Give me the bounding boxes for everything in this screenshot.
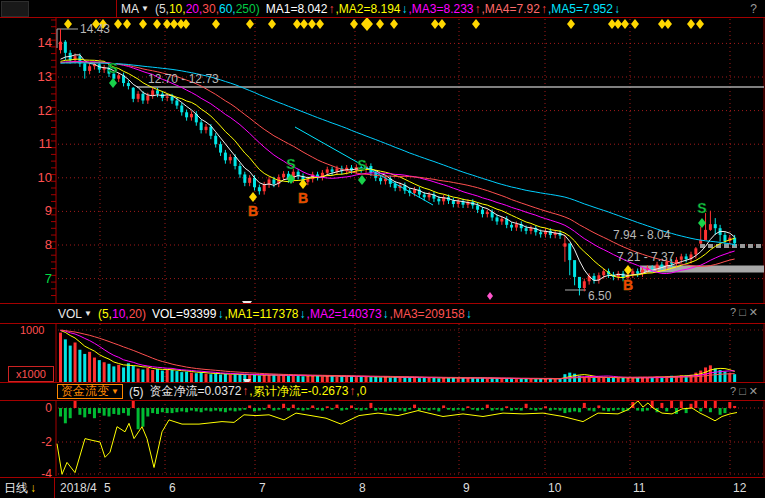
svg-text:B: B [623,277,633,293]
indicator-value: ,0 [356,384,366,398]
vol-button-label: VOL [58,307,82,321]
charts-canvas[interactable]: 14131211109870-2-4SBSBSBS [0,0,765,498]
svg-text:0: 0 [45,401,52,415]
low-price-label: 6.50 [588,289,611,303]
chevron-down-icon: ▼ [84,309,92,318]
ma-settings-button[interactable]: MA ▼ [121,2,149,16]
vol-axis-top-label: 1000 [20,324,44,336]
ma-button-label: MA [121,2,139,16]
close-icon[interactable]: ✕ [749,385,761,397]
date-label: 11 [633,481,645,495]
ma-indicator-bar: MA ▼ (5,10,20,30,60,250) MA1=8.042↑,MA2=… [0,0,765,18]
indicator-value: MA1=8.042 [266,2,328,16]
date-label: 8 [359,481,366,495]
gap-label-794: 7.94 - 8.04 [613,228,670,242]
chevron-down-icon: ▼ [111,387,119,396]
indicator-value: 30, [202,2,219,16]
flow-period: (5) [123,385,144,399]
svg-text:12: 12 [38,103,52,118]
date-axis-bar: 日线 ↓ 2018/456789101112 [0,477,765,498]
indicator-value: 资金净流=0.0372 [150,384,242,398]
flow-values: 资金净流=0.0372↑,累计净流=-0.2673↑,0 [144,383,367,400]
indicator-value: ,MA2=8.194 [335,2,400,16]
trend-arrow-icon: ↓ [217,307,223,321]
svg-text:S: S [108,60,117,76]
date-label: 2018/4 [60,481,97,495]
indicator-value: ,累计净流=-0.2673 [249,384,348,398]
date-label: 7 [259,481,266,495]
ma-params: (5,10,20,30,60,250) [149,2,260,16]
date-label: 6 [169,481,176,495]
trend-arrow-icon: ↓ [383,307,389,321]
ma-values: MA1=8.042↑,MA2=8.194↓,MA3=8.233↑,MA4=7.9… [260,2,621,16]
svg-text:S: S [286,156,295,172]
chevron-down-icon: ▼ [141,4,149,13]
period-selector-button[interactable]: 日线 ↓ [0,478,55,498]
trend-arrow-icon: ↓ [614,2,620,16]
svg-text:B: B [248,203,258,219]
indicator-value: ,MA3=209158 [390,307,465,321]
vol-params: (5,10,20) [92,307,146,321]
svg-text:8: 8 [45,237,52,252]
svg-text:7: 7 [45,271,52,286]
indicator-value: VOL=93399 [152,307,216,321]
gap-label-1270: 12.70 - 12.73 [148,72,219,86]
indicator-value: 250) [236,2,260,16]
indicator-value: ,MA3=8.233 [408,2,473,16]
trend-arrow-icon: ↓ [300,307,306,321]
svg-text:10: 10 [38,170,52,185]
indicator-value: 10, [112,307,129,321]
indicator-value: (5, [98,307,112,321]
help-icon[interactable]: ? [750,2,757,16]
high-price-label: 14.43 [80,22,110,36]
date-label: 5 [104,481,111,495]
indicator-value: ,MA2=140373 [307,307,382,321]
date-label: 12 [733,481,746,495]
trend-arrow-icon: ↑ [475,2,481,16]
vol-window-icons: ?□✕ [730,306,761,319]
svg-text:13: 13 [38,69,52,84]
volume-indicator-bar: VOL ▼ (5,10,20) VOL=93399↓,MA1=117378↓,M… [0,303,765,324]
svg-text:S: S [357,157,366,173]
svg-text:B: B [298,190,308,206]
vol-values: VOL=93399↓,MA1=117378↓,MA2=140373↓,MA3=2… [146,307,473,321]
stock-chart-window: 14131211109870-2-4SBSBSBS MA ▼ (5,10,20,… [0,0,765,498]
flow-window-icons: ?□✕ [730,385,761,398]
arrow-down-icon: ↓ [30,481,36,495]
date-label: 9 [463,481,470,495]
trend-arrow-icon: ↑ [328,2,334,16]
trend-arrow-icon: ↑ [541,2,547,16]
close-icon[interactable]: ✕ [749,306,761,318]
period-label: 日线 [4,480,28,497]
svg-text:-2: -2 [41,435,52,449]
flow-button-label: 资金流变 [61,383,109,400]
topbar-divider [116,0,117,17]
maximize-icon[interactable]: □ [739,385,749,397]
indicator-value: ,MA5=7.952 [548,2,613,16]
maximize-icon[interactable]: □ [739,306,749,318]
trend-arrow-icon: ↓ [401,2,407,16]
svg-text:S: S [697,200,706,216]
flow-indicator-bar: 资金流变 ▼ (5) 资金净流=0.0372↑,累计净流=-0.2673↑,0 … [0,382,765,401]
vol-settings-button[interactable]: VOL ▼ [58,307,92,321]
indicator-value: ,MA1=117378 [224,307,298,321]
svg-text:11: 11 [39,136,53,151]
svg-text:9: 9 [45,203,52,218]
flow-settings-button[interactable]: 资金流变 ▼ [57,384,123,399]
date-label: 10 [548,481,561,495]
indicator-value: 20) [129,307,146,321]
trend-arrow-icon: ↓ [466,307,472,321]
indicator-value: 60, [219,2,236,16]
trend-arrow-icon: ↑ [349,384,355,398]
vol-axis-multiplier: x1000 [8,366,54,382]
indicator-value: (5, [155,2,169,16]
help-icon[interactable]: ? [730,306,739,318]
gap-label-721: 7.21 - 7.37 [617,250,674,264]
svg-text:14: 14 [38,35,52,50]
corner-box[interactable] [1,1,29,17]
help-icon[interactable]: ? [730,385,739,397]
indicator-value: 20, [186,2,203,16]
indicator-value: ,MA4=7.92 [482,2,540,16]
indicator-value: 10, [169,2,186,16]
trend-arrow-icon: ↑ [242,384,248,398]
